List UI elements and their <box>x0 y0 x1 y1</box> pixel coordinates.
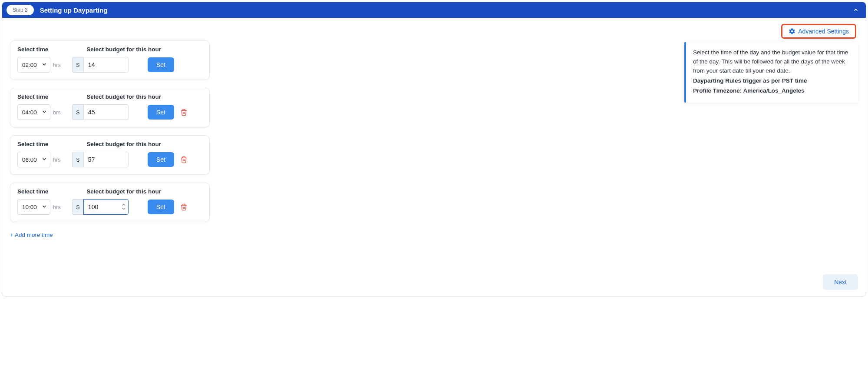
time-select[interactable]: 02:00 <box>17 57 50 73</box>
page-title: Setting up Dayparting <box>40 7 108 14</box>
select-time-label: Select time <box>17 93 48 100</box>
time-select[interactable]: 04:00 <box>17 104 50 120</box>
select-budget-label: Select budget for this hour <box>86 46 161 53</box>
next-button[interactable]: Next <box>823 274 858 290</box>
chevron-down-icon <box>41 109 47 116</box>
time-select[interactable]: 06:00 <box>17 152 50 167</box>
panel-body: Advanced Settings Select timeSelect budg… <box>2 18 866 296</box>
panel-header: Step 3 Setting up Dayparting <box>2 2 866 18</box>
time-value: 04:00 <box>22 109 37 116</box>
budget-input[interactable] <box>83 57 129 73</box>
time-value: 10:00 <box>22 204 37 210</box>
dayparting-panel: Step 3 Setting up Dayparting Advanced Se… <box>2 2 866 296</box>
advanced-settings-label: Advanced Settings <box>798 28 849 35</box>
time-value: 06:00 <box>22 156 37 163</box>
time-row: Select timeSelect budget for this hour06… <box>10 135 210 175</box>
budget-input[interactable] <box>83 104 129 120</box>
number-stepper[interactable] <box>122 203 126 210</box>
select-budget-label: Select budget for this hour <box>86 188 161 195</box>
set-button[interactable]: Set <box>148 57 174 72</box>
set-button[interactable]: Set <box>148 152 174 167</box>
time-row: Select timeSelect budget for this hour10… <box>10 183 210 222</box>
trash-icon[interactable] <box>180 109 188 116</box>
time-select[interactable]: 10:00 <box>17 199 50 215</box>
chevron-down-icon <box>41 203 47 211</box>
add-more-time-link[interactable]: + Add more time <box>10 232 53 238</box>
info-text: Select the time of the day and the budge… <box>693 49 848 74</box>
currency-prefix: $ <box>72 199 83 215</box>
set-button[interactable]: Set <box>148 200 174 214</box>
gear-icon <box>789 28 795 35</box>
info-bold-2: Profile Timezone: America/Los_Angeles <box>693 87 850 96</box>
currency-prefix: $ <box>72 152 83 167</box>
hrs-label: hrs <box>53 109 61 116</box>
chevron-up-icon[interactable] <box>852 6 860 14</box>
info-bold-1: Dayparting Rules trigger as per PST time <box>693 77 850 86</box>
select-time-label: Select time <box>17 141 48 147</box>
hrs-label: hrs <box>53 156 61 163</box>
currency-prefix: $ <box>72 57 83 73</box>
hrs-label: hrs <box>53 204 61 210</box>
time-row: Select timeSelect budget for this hour04… <box>10 88 210 127</box>
info-box: Select the time of the day and the budge… <box>684 42 858 103</box>
select-time-label: Select time <box>17 46 48 53</box>
step-badge: Step 3 <box>7 5 34 15</box>
chevron-down-icon <box>41 156 47 163</box>
set-button[interactable]: Set <box>148 105 174 120</box>
currency-prefix: $ <box>72 104 83 120</box>
time-value: 02:00 <box>22 62 37 68</box>
budget-input[interactable] <box>83 152 129 167</box>
trash-icon[interactable] <box>180 156 188 163</box>
time-row: Select timeSelect budget for this hour02… <box>10 40 210 80</box>
select-budget-label: Select budget for this hour <box>86 93 161 100</box>
advanced-settings-button[interactable]: Advanced Settings <box>781 24 856 39</box>
chevron-down-icon <box>41 61 47 69</box>
select-time-label: Select time <box>17 188 48 195</box>
select-budget-label: Select budget for this hour <box>86 141 161 147</box>
hrs-label: hrs <box>53 62 61 68</box>
time-rows: Select timeSelect budget for this hour02… <box>10 39 210 239</box>
trash-icon[interactable] <box>180 203 188 211</box>
